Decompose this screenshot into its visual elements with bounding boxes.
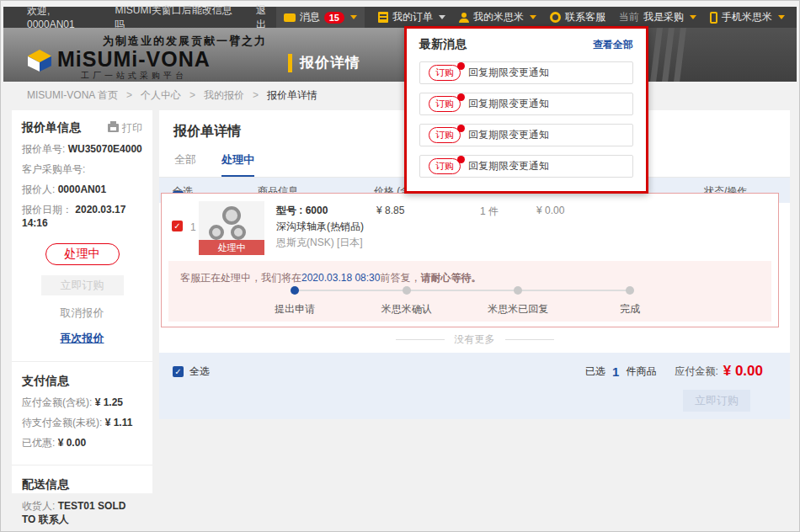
quote-date-field: 报价日期： 2020.03.17 14:16 bbox=[22, 203, 142, 230]
cell-qty: 1 件 bbox=[480, 205, 499, 219]
product-model[interactable]: 型号 : 6000 bbox=[276, 203, 364, 219]
top-bar: 欢迎, 0000AN01 MISUMI关窗口后能改信息吗 退出 消息 15 我的… bbox=[3, 7, 797, 28]
step-label: 米思米已回复 bbox=[488, 302, 548, 317]
step-dot bbox=[514, 286, 522, 295]
brand-logo[interactable]: MiSUMi-VONA 工厂一站式采购平台 bbox=[27, 48, 211, 82]
breadcrumb-home[interactable]: MISUMI-VONA 首页 bbox=[27, 88, 118, 103]
logo-text: MiSUMi-VONA bbox=[57, 47, 211, 71]
quote-info-title: 报价单信息 bbox=[22, 120, 81, 136]
order-tag: 订购 bbox=[429, 65, 461, 81]
row-index: 1 bbox=[190, 221, 196, 233]
field-value: ¥ 1.25 bbox=[95, 396, 123, 408]
menu-my-orders-label: 我的订单 bbox=[392, 10, 433, 24]
current-label: 当前 bbox=[619, 10, 639, 24]
message-item[interactable]: 订购 回复期限变更通知 bbox=[419, 93, 633, 115]
field-label: 客户采购单号: bbox=[22, 163, 85, 175]
discount-field: 已优惠: ¥ 0.00 bbox=[22, 436, 142, 450]
menu-contact-service-label: 联系客服 bbox=[565, 10, 605, 24]
quoter-field: 报价人: 0000AN01 bbox=[22, 183, 142, 196]
menu-messages[interactable]: 消息 15 bbox=[276, 7, 365, 28]
payable-value: ¥ 0.00 bbox=[723, 363, 763, 380]
footer-select-all-label: 全选 bbox=[189, 364, 210, 379]
person-icon bbox=[459, 13, 469, 23]
tab-all[interactable]: 全部 bbox=[174, 152, 196, 177]
print-label: 打印 bbox=[122, 121, 142, 136]
menu-my-orders[interactable]: 我的订单 bbox=[378, 10, 445, 24]
role-label: 我是采购 bbox=[643, 10, 684, 24]
step-dot bbox=[403, 286, 411, 295]
breadcrumb: MISUMI-VONA 首页 > 个人中心 > 我的报价 > 报价单详情 bbox=[3, 82, 797, 109]
unread-dot-icon bbox=[457, 156, 465, 163]
footer-order-button-disabled[interactable]: 立即订购 bbox=[683, 390, 750, 412]
messages-dropdown: 最新消息 查看全部 订购 回复期限变更通知 订购 回复期限变更通知 订购 回复期… bbox=[404, 26, 648, 194]
quote-info-sidebar: 报价单信息 打印 报价单号: WU35070E4000 客户采购单号: 报价人:… bbox=[12, 110, 152, 493]
phone-icon bbox=[710, 12, 717, 24]
step-label: 完成 bbox=[620, 302, 640, 317]
notice-wait: 请耐心等待。 bbox=[420, 272, 481, 284]
message-text: 回复期限变更通知 bbox=[468, 128, 549, 142]
unread-dot-icon bbox=[457, 62, 465, 70]
bearing-graphic bbox=[209, 225, 224, 240]
chat-icon bbox=[284, 13, 296, 22]
menu-current-role[interactable]: 当前 我是采购 bbox=[619, 10, 696, 24]
chevron-down-icon bbox=[778, 15, 785, 19]
menu-mobile-misumi[interactable]: 手机米思米 bbox=[710, 10, 785, 24]
cell-amount: ¥ 0.00 bbox=[536, 205, 564, 216]
page-title: 报价详情 bbox=[300, 53, 360, 72]
print-button[interactable]: 打印 bbox=[108, 121, 142, 136]
cell-price: ¥ 8.85 bbox=[376, 205, 404, 216]
message-item[interactable]: 订购 回复期限变更通知 bbox=[419, 124, 633, 146]
quote-item-row: 1 处理中 型号 : 6000 深沟球轴承(热销品) 恩斯克(NSK) [日本]… bbox=[161, 193, 779, 327]
title-accent-bar bbox=[288, 54, 292, 72]
unread-dot-icon bbox=[457, 93, 465, 101]
requote-link[interactable]: 再次报价 bbox=[22, 331, 142, 346]
no-more-label: 没有更多 bbox=[455, 332, 495, 347]
product-brand: 恩斯克(NSK) [日本] bbox=[276, 235, 364, 251]
service-notice: 客服正在处理中，我们将在2020.03.18 08:30前答复，请耐心等待。 bbox=[168, 261, 771, 285]
chevron-down-icon bbox=[690, 15, 696, 19]
chevron-down-icon bbox=[530, 15, 536, 19]
notice-prefix: 客服正在处理中，我们将在 bbox=[180, 272, 301, 284]
order-tag: 订购 bbox=[429, 158, 461, 174]
step-dot bbox=[626, 286, 634, 295]
breadcrumb-current: 报价单详情 bbox=[267, 88, 317, 103]
cancel-quote-link[interactable]: 取消报价 bbox=[22, 306, 142, 321]
field-label: 已优惠: bbox=[22, 437, 55, 449]
chevron-down-icon bbox=[439, 15, 445, 19]
field-label: 报价日期： bbox=[22, 204, 72, 215]
breadcrumb-separator: > bbox=[189, 89, 195, 101]
delivery-info-title: 配送信息 bbox=[22, 477, 142, 492]
step-label: 米思米确认 bbox=[381, 302, 432, 317]
tab-processing[interactable]: 处理中 bbox=[221, 152, 254, 177]
payable-label: 应付金额: bbox=[675, 364, 717, 379]
field-label: 应付金额(含税): bbox=[22, 396, 92, 408]
menu-mobile-misumi-label: 手机米思米 bbox=[722, 10, 772, 24]
row-checkbox[interactable] bbox=[172, 221, 183, 231]
product-image[interactable]: 处理中 bbox=[199, 201, 264, 255]
printer-icon bbox=[108, 124, 119, 132]
unpaid-excl-tax-field: 待支付金额(未税): ¥ 1.11 bbox=[22, 416, 142, 429]
menu-my-misumi-label: 我的米思米 bbox=[473, 10, 524, 24]
message-item[interactable]: 订购 回复期限变更通知 bbox=[419, 155, 633, 178]
breadcrumb-personal-center[interactable]: 个人中心 bbox=[141, 88, 181, 103]
order-now-button-disabled[interactable]: 立即订购 bbox=[41, 275, 124, 295]
product-name[interactable]: 深沟球轴承(热销品) bbox=[276, 219, 364, 235]
field-label: 报价单号: bbox=[22, 143, 65, 155]
breadcrumb-separator: > bbox=[253, 89, 259, 101]
message-item[interactable]: 订购 回复期限变更通知 bbox=[419, 61, 633, 84]
selected-prefix: 已选 bbox=[585, 364, 605, 379]
bearing-graphic bbox=[222, 206, 241, 225]
field-value: ¥ 1.11 bbox=[105, 417, 133, 428]
field-label: 收货人: bbox=[22, 500, 55, 512]
menu-my-misumi[interactable]: 我的米思米 bbox=[459, 10, 536, 24]
view-all-link[interactable]: 查看全部 bbox=[593, 38, 633, 52]
field-label: 待支付金额(未税): bbox=[22, 417, 102, 428]
no-more-divider: 没有更多 bbox=[159, 332, 790, 347]
footer-select-all-checkbox[interactable] bbox=[173, 366, 184, 377]
headset-icon bbox=[550, 12, 561, 23]
field-value: ¥ 0.00 bbox=[58, 437, 86, 449]
consignee-field: 收货人: TEST01 SOLD TO 联系人 bbox=[22, 499, 142, 526]
notice-reply-time: 2020.03.18 08:30 bbox=[301, 272, 380, 284]
breadcrumb-my-quotes[interactable]: 我的报价 bbox=[204, 88, 244, 103]
menu-contact-service[interactable]: 联系客服 bbox=[550, 10, 605, 24]
